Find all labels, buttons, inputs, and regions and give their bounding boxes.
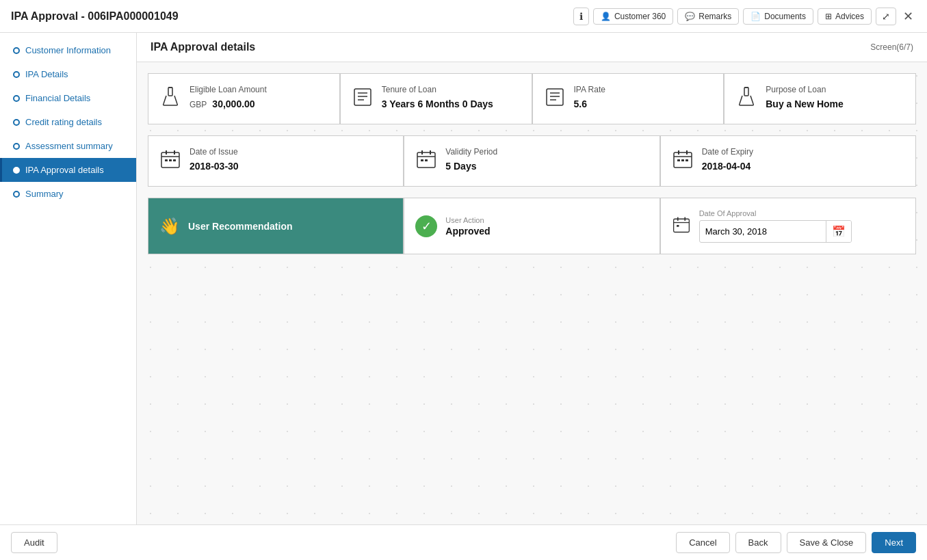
purpose-of-loan-card: Purpose of Loan Buy a New Home (724, 74, 915, 124)
svg-rect-23 (421, 159, 423, 161)
svg-rect-30 (681, 159, 684, 161)
main-layout: Customer InformationIPA DetailsFinancial… (0, 33, 927, 524)
calendar-icon3 (672, 148, 694, 175)
dot-icon (13, 47, 20, 54)
dot-icon (13, 167, 20, 174)
user-action-content: User Action Approved (445, 216, 490, 237)
grid-icon: ⊞ (825, 12, 832, 21)
footer: Audit Cancel Back Save & Close Next (0, 524, 927, 560)
validity-period-content: Validity Period 5 Days (445, 147, 497, 172)
sidebar-item-ipa-details[interactable]: IPA Details (0, 62, 136, 86)
svg-rect-24 (425, 159, 428, 161)
svg-rect-16 (165, 159, 168, 161)
ipa-rate-content: IPA Rate 5.6 (574, 85, 605, 109)
calendar-icon (159, 148, 181, 175)
sidebar-item-ipa-approval-details[interactable]: IPA Approval details (0, 158, 136, 182)
date-of-approval-input-wrapper: 📅 (699, 220, 852, 243)
screen-indicator: Screen(6/7) (870, 42, 913, 52)
expand-button[interactable]: ⤢ (876, 8, 896, 25)
cards-row2: Date of Issue 2018-03-30 (148, 135, 916, 187)
date-of-approval-content: Date Of Approval 📅 (699, 209, 852, 243)
user-action-sublabel: User Action (445, 216, 490, 224)
dot-icon (13, 143, 20, 150)
content-title: IPA Approval details (151, 41, 255, 53)
date-calendar-button[interactable]: 📅 (826, 221, 851, 242)
sidebar-item-financial-details[interactable]: Financial Details (0, 86, 136, 110)
validity-period-card: Validity Period 5 Days (404, 136, 659, 186)
list-icon2 (544, 86, 566, 113)
svg-rect-0 (168, 88, 172, 96)
sidebar-item-summary[interactable]: Summary (0, 182, 136, 206)
sidebar-item-assessment-summary[interactable]: Assessment summary (0, 134, 136, 158)
calendar-icon4 (672, 215, 691, 239)
flask-icon2 (735, 86, 757, 113)
footer-right: Cancel Back Save & Close Next (676, 532, 916, 553)
sidebar-item-label: Assessment summary (25, 141, 113, 151)
sidebar-item-label: Financial Details (25, 93, 90, 103)
back-button[interactable]: Back (735, 532, 781, 553)
purpose-of-loan-value: Buy a New Home (766, 98, 844, 109)
purpose-of-loan-label: Purpose of Loan (766, 85, 844, 94)
save-close-button[interactable]: Save & Close (787, 532, 867, 553)
user-action-card: ✓ User Action Approved (404, 198, 659, 254)
tenure-of-loan-value: 3 Years 6 Months 0 Days (382, 98, 493, 109)
list-icon (352, 86, 374, 113)
date-of-issue-value: 2018-03-30 (190, 161, 239, 172)
footer-left: Audit (11, 532, 57, 553)
date-of-expiry-card: Date of Expiry 2018-04-04 (661, 136, 915, 186)
sidebar-item-label: Summary (25, 189, 64, 199)
advices-button[interactable]: ⊞ Advices (818, 8, 872, 25)
svg-rect-6 (547, 89, 563, 105)
close-button[interactable]: ✕ (900, 9, 916, 24)
next-button[interactable]: Next (872, 532, 916, 553)
ipa-rate-label: IPA Rate (574, 85, 605, 94)
tenure-of-loan-label: Tenure of Loan (382, 85, 493, 94)
user-action-value: Approved (445, 226, 490, 237)
documents-button[interactable]: 📄 Documents (743, 8, 813, 25)
svg-rect-31 (686, 159, 688, 161)
validity-period-label: Validity Period (445, 147, 497, 157)
svg-rect-36 (677, 225, 679, 227)
currency-label: GBP (190, 100, 207, 109)
header-bar: IPA Approval - 006IPA000001049 ℹ 👤 Custo… (0, 0, 927, 33)
date-of-approval-input[interactable] (700, 222, 826, 241)
sidebar-item-label: Customer Information (25, 45, 111, 55)
date-of-approval-card: Date Of Approval 📅 (661, 198, 915, 254)
calendar-icon2 (415, 148, 437, 175)
svg-rect-32 (673, 219, 689, 232)
date-of-expiry-value: 2018-04-04 (702, 161, 753, 172)
ipa-rate-value: 5.6 (574, 98, 605, 109)
eligible-loan-amount-content: Eligible Loan Amount GBP 30,000.00 (190, 85, 267, 109)
purpose-of-loan-content: Purpose of Loan Buy a New Home (766, 85, 844, 109)
content-area: IPA Approval details Screen(6/7) (137, 33, 927, 524)
dot-icon (13, 71, 20, 78)
user-recommendation-card[interactable]: 👋 User Recommendation (148, 198, 403, 254)
date-of-issue-label: Date of Issue (190, 147, 239, 157)
dot-icon (13, 191, 20, 198)
sidebar-item-customer-information[interactable]: Customer Information (0, 38, 136, 62)
eligible-loan-amount-card: Eligible Loan Amount GBP 30,000.00 (148, 74, 339, 124)
flask-icon (159, 86, 181, 113)
header-actions: ℹ 👤 Customer 360 💬 Remarks 📄 Documents ⊞… (573, 8, 916, 25)
svg-rect-29 (677, 159, 680, 161)
action-row: 👋 User Recommendation ✓ User Action Appr… (148, 198, 916, 254)
content-scroll: Eligible Loan Amount GBP 30,000.00 (137, 62, 927, 524)
chat-icon: 💬 (685, 12, 695, 21)
date-of-expiry-label: Date of Expiry (702, 147, 753, 157)
customer360-button[interactable]: 👤 Customer 360 (593, 8, 673, 25)
remarks-button[interactable]: 💬 Remarks (677, 8, 739, 25)
cards-row1: Eligible Loan Amount GBP 30,000.00 (148, 73, 916, 124)
tenure-of-loan-card: Tenure of Loan 3 Years 6 Months 0 Days (341, 74, 532, 124)
date-of-issue-card: Date of Issue 2018-03-30 (148, 136, 403, 186)
date-of-expiry-content: Date of Expiry 2018-04-04 (702, 147, 753, 172)
audit-button[interactable]: Audit (11, 532, 57, 553)
sidebar-item-label: IPA Details (25, 69, 68, 79)
eligible-loan-amount-value: 30,000.00 (212, 98, 254, 109)
ipa-rate-card: IPA Rate 5.6 (533, 74, 724, 124)
sidebar-item-credit-rating-details[interactable]: Credit rating details (0, 110, 136, 134)
document-icon: 📄 (750, 12, 761, 21)
info-button[interactable]: ℹ (573, 8, 589, 25)
cancel-button[interactable]: Cancel (676, 532, 729, 553)
hand-wave-icon: 👋 (159, 217, 180, 236)
date-of-approval-label: Date Of Approval (699, 209, 852, 217)
